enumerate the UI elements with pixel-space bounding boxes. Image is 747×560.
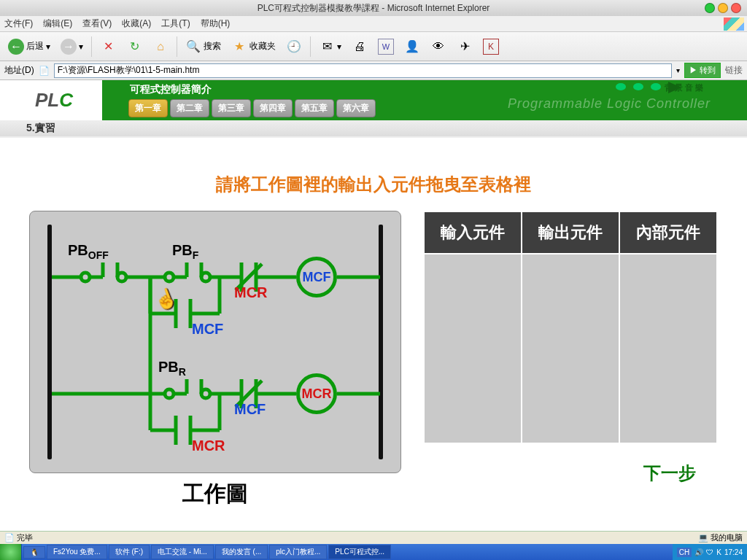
course-header: PLC 可程式控制器簡介 第一章 第二章 第三章 第四章 第五章 第六章 背 景… xyxy=(0,80,747,120)
kaspersky-icon[interactable]: K xyxy=(479,36,503,57)
chapter-tab-1[interactable]: 第一章 xyxy=(128,99,168,117)
coil-mcr[interactable]: MCR xyxy=(296,373,337,414)
taskbar-item[interactable]: plc入门教程... xyxy=(269,545,327,559)
main-content: 請將工作圖裡的輸出入元件拖曳至表格裡 xyxy=(0,136,747,531)
forward-button[interactable]: → ▾ xyxy=(57,36,87,57)
menubar: 文件(F) 编辑(E) 查看(V) 收藏(A) 工具(T) 帮助(H) xyxy=(0,16,747,32)
address-bar: 地址(D) 📄 ▾ ▶ 转到 链接 xyxy=(0,61,747,80)
messenger-button[interactable]: 👤 xyxy=(400,36,424,57)
taskbar-item-active[interactable]: PLC可程式控... xyxy=(328,545,391,559)
window-titlebar: PLC可程式控制器模擬教學課程 - Microsoft Internet Exp… xyxy=(0,0,747,16)
zone-text: 我的电脑 xyxy=(711,533,743,542)
page-status-icon: 📄 xyxy=(4,533,15,542)
start-button[interactable] xyxy=(0,544,22,560)
svg-point-12 xyxy=(201,273,210,281)
back-button[interactable]: ←后退 ▾ xyxy=(4,36,54,57)
clock: 17:24 xyxy=(724,548,743,556)
chapter-tabs: 第一章 第二章 第三章 第四章 第五章 第六章 xyxy=(128,99,376,117)
table-header-output: 輸出元件 xyxy=(522,211,619,254)
label-pboff[interactable]: PBOFF xyxy=(68,242,109,261)
print-button[interactable]: 🖨 xyxy=(348,36,371,57)
menu-help[interactable]: 帮助(H) xyxy=(201,18,231,30)
tray-icon[interactable]: 🔊 xyxy=(694,548,703,556)
lang-indicator[interactable]: CH xyxy=(677,548,692,557)
svg-point-5 xyxy=(117,273,126,281)
svg-point-31 xyxy=(201,389,210,398)
maximize-button[interactable] xyxy=(718,3,728,13)
toolbar: ←后退 ▾ → ▾ ✕ ↻ ⌂ 🔍搜索 ★收藏夹 🕘 ✉ ▾ 🖨 W 👤 👁 ✈… xyxy=(0,32,747,61)
label-pbf[interactable]: PBF xyxy=(172,242,198,261)
windows-logo-icon xyxy=(724,18,744,31)
course-subtitle: Programmable Logic Controller xyxy=(508,96,711,112)
drop-cell-input[interactable] xyxy=(424,254,522,443)
table-header-internal: 內部元件 xyxy=(619,211,717,254)
coil-mcf[interactable]: MCF xyxy=(296,257,337,298)
label-mcf-nc2[interactable]: MCF xyxy=(234,401,266,418)
taskbar-item[interactable]: 电工交流 - Mi... xyxy=(151,545,214,559)
history-button[interactable]: 🕘 xyxy=(282,36,306,57)
page-icon: 📄 xyxy=(39,66,50,76)
table-header-input: 輸入元件 xyxy=(424,211,522,254)
zone-icon: 💻 xyxy=(698,533,708,542)
go-button[interactable]: ▶ 转到 xyxy=(684,63,721,78)
label-mcr-nc1[interactable]: MCR xyxy=(234,284,268,301)
menu-view[interactable]: 查看(V) xyxy=(82,18,112,30)
menu-edit[interactable]: 编辑(E) xyxy=(43,18,72,30)
taskbar-item[interactable]: 软件 (F:) xyxy=(109,545,150,559)
address-input[interactable] xyxy=(54,63,672,78)
search-button[interactable]: 🔍搜索 xyxy=(182,36,225,57)
window-title: PLC可程式控制器模擬教學課程 - Microsoft Internet Exp… xyxy=(258,2,490,15)
label-mcr-contact[interactable]: MCR xyxy=(192,438,225,454)
menu-tools[interactable]: 工具(T) xyxy=(161,18,190,30)
system-tray: CH 🔊 🛡 K 17:24 xyxy=(673,544,747,560)
tool-icon-2[interactable]: ✈ xyxy=(453,36,476,57)
refresh-button[interactable]: ↻ xyxy=(123,36,146,57)
chapter-tab-4[interactable]: 第四章 xyxy=(253,99,293,117)
status-text: 完毕 xyxy=(17,533,33,542)
minimize-button[interactable] xyxy=(705,3,715,13)
section-title: 5.實習 xyxy=(0,120,747,136)
work-diagram-column: PBOFF PBF MCR MCF MCF PBR MCF MCR MCR ☝️… xyxy=(29,211,401,509)
taskbar-item[interactable]: 我的发言 (... xyxy=(215,545,268,559)
svg-point-27 xyxy=(165,389,174,398)
drop-cell-output[interactable] xyxy=(522,254,619,443)
close-button[interactable] xyxy=(731,3,741,13)
instruction-text: 請將工作圖裡的輸出入元件拖曳至表格裡 xyxy=(0,173,747,196)
stop-button[interactable]: ✕ xyxy=(96,36,120,57)
taskbar-item[interactable]: 🐧 xyxy=(23,546,45,559)
course-title: 可程式控制器簡介 xyxy=(130,83,212,96)
svg-point-8 xyxy=(165,273,174,281)
tray-icon[interactable]: K xyxy=(716,548,721,556)
chapter-tab-6[interactable]: 第六章 xyxy=(336,99,376,117)
taskbar: 🐧 Fs2You 免费... 软件 (F:) 电工交流 - Mi... 我的发言… xyxy=(0,544,747,560)
drop-cell-internal[interactable] xyxy=(619,254,717,443)
label-mcf-contact[interactable]: MCF xyxy=(192,321,223,338)
play-icon[interactable] xyxy=(668,82,681,93)
drop-table-column: 輸入元件 輸出元件 內部元件 下一步 xyxy=(423,211,718,509)
chapter-tab-2[interactable]: 第二章 xyxy=(170,99,209,117)
menu-file[interactable]: 文件(F) xyxy=(4,18,33,30)
home-button[interactable]: ⌂ xyxy=(149,36,172,57)
plc-logo: PLC xyxy=(35,89,73,112)
tray-icon[interactable]: 🛡 xyxy=(706,548,713,556)
label-pbr[interactable]: PBR xyxy=(158,359,186,378)
circuit-diagram: PBOFF PBF MCR MCF MCF PBR MCF MCR MCR ☝️ xyxy=(29,211,401,473)
component-table: 輸入元件 輸出元件 內部元件 xyxy=(423,211,718,444)
chapter-tab-5[interactable]: 第五章 xyxy=(295,99,334,117)
address-label: 地址(D) xyxy=(4,64,34,77)
mail-button[interactable]: ✉ ▾ xyxy=(315,36,345,57)
favorites-button[interactable]: ★收藏夹 xyxy=(228,36,279,57)
browser-statusbar: 📄 完毕 💻 我的电脑 xyxy=(0,531,747,544)
next-step-button[interactable]: 下一步 xyxy=(423,462,696,485)
chapter-tab-3[interactable]: 第三章 xyxy=(212,99,251,117)
music-indicator-icon xyxy=(616,83,661,90)
diagram-title: 工作圖 xyxy=(29,479,401,509)
word-button[interactable]: W xyxy=(374,36,398,57)
svg-point-1 xyxy=(81,273,90,281)
links-label[interactable]: 链接 xyxy=(725,64,743,77)
taskbar-item[interactable]: Fs2You 免费... xyxy=(47,545,107,559)
menu-favorites[interactable]: 收藏(A) xyxy=(122,18,151,30)
tool-icon-1[interactable]: 👁 xyxy=(427,36,450,57)
